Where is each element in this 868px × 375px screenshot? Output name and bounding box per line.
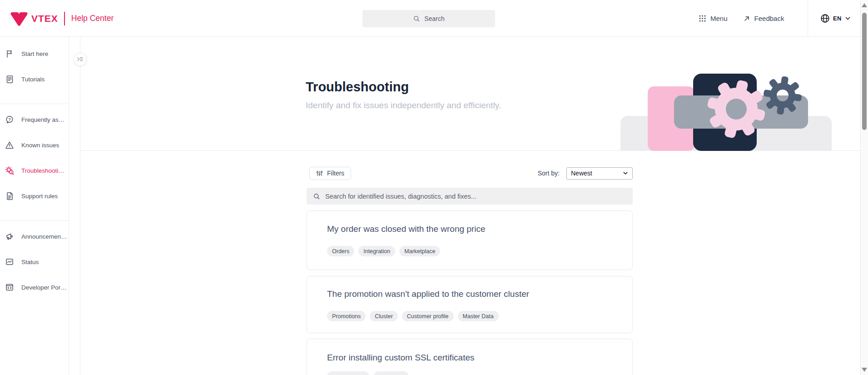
sidebar-item-label: Troubleshooti… [21,167,64,174]
sidebar-item-announcemen[interactable]: Announcemen… [0,224,69,249]
megaphone-icon [5,232,14,241]
menu-button[interactable]: Menu [699,15,728,22]
issue-tag: Customer profile [402,311,454,321]
issue-tag-row [327,371,632,375]
issue-tag-partial [327,371,369,375]
select-chevron-icon [623,170,628,176]
page-title: Troubleshooting [306,80,501,95]
code-window-icon [5,283,14,292]
sidebar-item-label: Support rules [21,193,58,200]
search-icon [313,193,320,200]
issue-tag: Orders [327,246,354,256]
sidebar-item-label: Known issues [21,142,59,149]
sidebar-nav: Start hereTutorials?Frequently as…Known … [0,37,69,375]
filters-button[interactable]: Filters [309,167,351,180]
brand-wordmark: VTEX [31,13,58,24]
sidebar-item-label: Start here [21,50,48,57]
results-list: My order was closed with the wrong price… [307,210,633,375]
main-content: Troubleshooting Identify and fix issues … [80,37,868,375]
header-search-placeholder: Search [424,15,444,22]
sidebar-item-label: Tutorials [21,76,45,83]
top-header: VTEX Help Center Search Menu [0,0,868,37]
header-search-input[interactable]: Search [362,10,495,27]
sidebar-item-label: Announcemen… [21,233,67,240]
sidebar-item-support-rules[interactable]: Support rules [0,183,69,209]
sidebar-collapse-button[interactable] [74,53,87,66]
issue-tag-partial [373,371,409,375]
sort-by-label: Sort by: [538,170,560,177]
vtex-logo-icon [10,10,28,27]
hero-section: Troubleshooting Identify and fix issues … [80,37,868,151]
feedback-button[interactable]: Feedback [743,15,784,22]
language-selector[interactable]: EN [820,0,851,37]
svg-text:?: ? [8,117,10,122]
list-toolbar: Filters Sort by: Newest [307,166,633,180]
sidebar-item-known-issues[interactable]: Known issues [0,132,69,158]
issue-card-title: Error installing custom SSL certificates [327,353,632,363]
issue-card[interactable]: The promotion wasn't applied to the cust… [307,276,633,333]
flag-icon [5,49,14,58]
issue-tag: Integration [358,246,395,256]
document-icon [5,191,14,200]
search-icon [413,15,420,22]
scrollbar-thumb[interactable] [862,13,867,130]
warning-triangle-icon [5,140,14,150]
sidebar-item-developer-por[interactable]: Developer Por… [0,275,69,300]
collapse-menu-icon [77,56,84,63]
sidebar-item-tutorials[interactable]: Tutorials [0,66,69,92]
filters-label: Filters [327,170,344,177]
troubleshooting-gear-icon [5,166,14,175]
issue-tag: Master Data [458,311,499,321]
product-name: Help Center [71,14,114,23]
language-code: EN [833,15,842,22]
brand-divider [64,12,65,25]
page-subtitle: Identify and fix issues independently an… [306,100,501,110]
sidebar-item-frequently-as[interactable]: ?Frequently as… [0,107,69,132]
sidebar-item-troubleshooti[interactable]: Troubleshooti… [0,158,69,183]
sidebar-item-start-here[interactable]: Start here [0,41,69,66]
arrow-up-right-icon [743,15,750,22]
issue-card-title: My order was closed with the wrong price [327,224,632,234]
issue-tag: Promotions [327,311,366,321]
sidebar-item-status[interactable]: Status [0,249,69,275]
gears-illustration [614,55,859,151]
issue-tag: Cluster [370,311,398,321]
issue-card-title: The promotion wasn't applied to the cust… [327,289,632,299]
grid-menu-icon [699,15,706,22]
sliders-filter-icon [316,170,323,177]
issues-search-input[interactable] [325,193,633,200]
sidebar-divider [0,220,69,221]
book-icon [5,75,14,84]
issue-tag-row: PromotionsClusterCustomer profileMaster … [327,311,632,321]
menu-label: Menu [710,15,728,22]
header-divider [808,0,808,36]
globe-icon [820,14,830,23]
sidebar-item-label: Developer Por… [21,284,67,291]
issue-card[interactable]: Error installing custom SSL certificates [307,339,633,375]
sidebar-item-label: Status [21,259,39,265]
issue-tag-row: OrdersIntegrationMarketplace [327,246,632,256]
chevron-down-icon [845,15,851,21]
window-scrollbar[interactable] [860,0,868,375]
scroll-up-arrow[interactable] [862,3,867,7]
scroll-down-arrow[interactable] [862,368,867,372]
brand[interactable]: VTEX Help Center [10,0,114,37]
question-bubble-icon: ? [5,115,14,124]
issue-tag: Marketplace [399,246,440,256]
sort-selected-value: Newest [571,170,592,177]
sort-select[interactable]: Newest [566,167,633,180]
feedback-label: Feedback [754,15,784,22]
sidebar-divider [0,104,69,104]
sidebar-item-label: Frequently as… [21,116,64,123]
status-chart-icon [5,257,14,266]
issues-search-bar [307,188,633,205]
issue-card[interactable]: My order was closed with the wrong price… [307,210,633,270]
